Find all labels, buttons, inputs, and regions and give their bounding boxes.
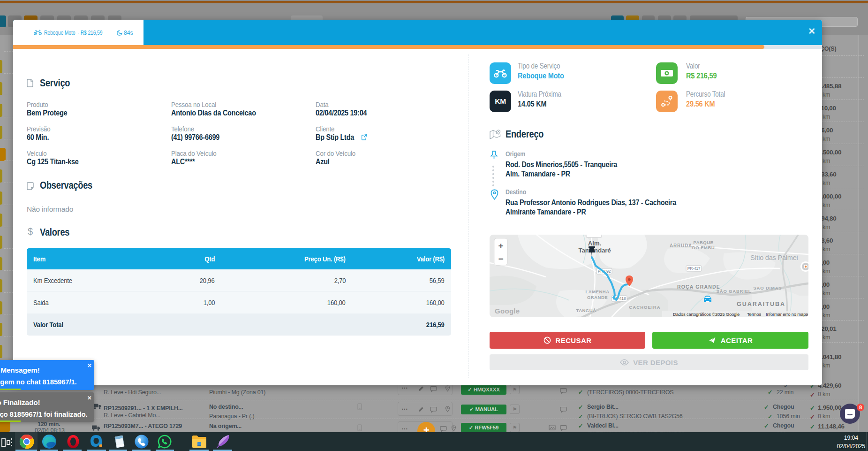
svg-text:GRANDE: GRANDE bbox=[587, 295, 608, 300]
svg-text:LAMENHA: LAMENHA bbox=[586, 289, 610, 294]
svg-text:−: − bbox=[498, 254, 504, 264]
svg-text:Termos: Termos bbox=[747, 312, 761, 317]
svg-text:ARRUDA: ARRUDA bbox=[670, 243, 692, 248]
svg-text:TANGUÁ: TANGUÁ bbox=[576, 308, 596, 313]
svg-text:SÃO DIMAS: SÃO DIMAS bbox=[753, 285, 782, 290]
svg-text:Dados cartográficos ©2025 Goog: Dados cartográficos ©2025 Google bbox=[673, 312, 740, 317]
svg-text:Sítio das Palmei: Sítio das Palmei bbox=[750, 254, 798, 261]
svg-text:Google: Google bbox=[495, 307, 520, 315]
svg-text:CACHOEIRA: CACHOEIRA bbox=[629, 305, 660, 310]
svg-text:Alm.: Alm. bbox=[588, 240, 601, 247]
svg-text:PARQUE: PARQUE bbox=[694, 240, 714, 245]
svg-text:GUARAITUBA: GUARAITUBA bbox=[737, 301, 785, 307]
svg-text:SÃO GABRIEL: SÃO GABRIEL bbox=[717, 289, 752, 294]
svg-text:DO EMBU: DO EMBU bbox=[692, 245, 715, 250]
svg-text:PR-417: PR-417 bbox=[687, 266, 701, 271]
svg-text:Informar erro no mapa: Informar erro no mapa bbox=[766, 312, 808, 317]
svg-text:ROÇA GRANDE: ROÇA GRANDE bbox=[677, 284, 720, 290]
svg-text:+: + bbox=[498, 241, 504, 251]
